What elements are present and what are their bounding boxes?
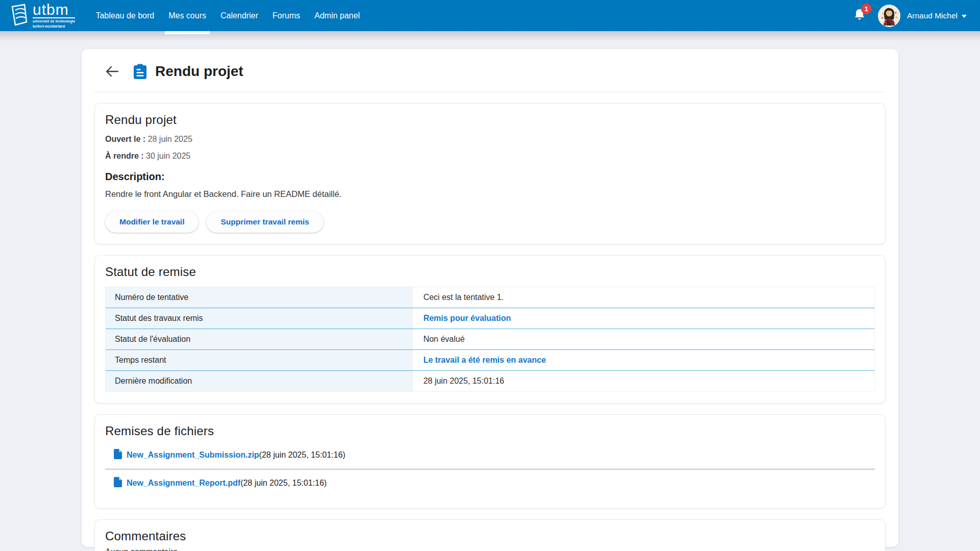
row-value: Ceci est la tentative 1. (413, 287, 874, 308)
list-item: New_Assignment_Submission.zip (28 juin 2… (105, 441, 875, 469)
logo-subtitle-2: belfort-montbéliard (33, 24, 75, 29)
nav-item-forums[interactable]: Forums (265, 0, 307, 31)
page-title: Rendu projet (155, 63, 243, 80)
row-label: Dernière modification (106, 371, 413, 391)
nav-items: Tableau de bord Mes cours Calendrier For… (88, 0, 367, 31)
row-label: Temps restant (106, 350, 413, 370)
assignment-page-card: Rendu projet Rendu projet Ouvert le : 28… (82, 49, 898, 547)
file-date: (28 juin 2025, 15:01:16) (259, 450, 346, 460)
file-submissions-title: Remises de fichiers (105, 424, 875, 438)
submission-status-title: Statut de remise (105, 265, 875, 279)
navbar-shadow (0, 31, 980, 41)
row-value: Remis pour évaluation (413, 308, 874, 329)
description-text: Rendre le front Angular et Backend. Fair… (105, 189, 875, 199)
submission-status-card: Statut de remise Numéro de tentative Cec… (94, 255, 886, 404)
row-value: Le travail a été remis en avance (413, 350, 874, 370)
description-label: Description: (105, 171, 875, 183)
due-date-label: À rendre : (105, 152, 144, 160)
row-value: Non évalué (413, 329, 874, 349)
assignment-details-card: Rendu projet Ouvert le : 28 juin 2025 À … (94, 103, 886, 244)
back-button[interactable] (105, 65, 119, 78)
utbm-logo[interactable]: utbm université de technologie belfort-m… (9, 3, 75, 29)
nav-item-mes-cours[interactable]: Mes cours (161, 0, 213, 31)
assignment-title: Rendu projet (105, 113, 875, 127)
file-submissions-card: Remises de fichiers New_Assignment_Submi… (94, 414, 886, 509)
table-row: Numéro de tentative Ceci est la tentativ… (106, 287, 874, 308)
user-menu[interactable]: Arnaud Michel (907, 11, 967, 20)
logo-subtitle-1: université de technologie (33, 19, 75, 23)
assignment-clipboard-icon (133, 64, 147, 80)
open-date-value: 28 juin 2025 (148, 135, 192, 143)
list-item: New_Assignment_Report.pdf (28 juin 2025,… (105, 469, 875, 497)
table-row: Dernière modification 28 juin 2025, 15:0… (106, 371, 874, 391)
due-date-value: 30 juin 2025 (146, 152, 190, 160)
comments-title: Commentaires (105, 529, 875, 543)
user-name: Arnaud Michel (907, 11, 958, 20)
bell-icon (853, 14, 866, 23)
notifications-button[interactable]: 1 (853, 8, 866, 23)
edit-submission-button[interactable]: Modifier le travail (105, 211, 199, 233)
nav-item-tableau-de-bord[interactable]: Tableau de bord (88, 0, 161, 31)
row-label: Statut de l'évaluation (106, 329, 413, 349)
no-comments-text: Aucun commentaire. (105, 547, 875, 551)
file-list: New_Assignment_Submission.zip (28 juin 2… (105, 441, 875, 497)
due-date-line: À rendre : 30 juin 2025 (105, 152, 875, 161)
page-header: Rendu projet (94, 49, 886, 92)
submission-status-table: Numéro de tentative Ceci est la tentativ… (105, 287, 875, 392)
notification-count-badge: 1 (861, 4, 872, 14)
file-icon (114, 477, 122, 489)
row-label: Statut des travaux remis (106, 308, 413, 329)
user-avatar[interactable] (878, 5, 900, 27)
open-date-label: Ouvert le : (105, 135, 145, 143)
submission-status-link[interactable]: Remis pour évaluation (423, 314, 511, 323)
comments-card: Commentaires Aucun commentaire. (94, 519, 886, 551)
open-date-line: Ouvert le : 28 juin 2025 (105, 135, 875, 144)
file-link-report-pdf[interactable]: New_Assignment_Report.pdf (127, 479, 240, 488)
row-label: Numéro de tentative (106, 287, 413, 308)
chevron-down-icon (962, 15, 967, 18)
nav-item-admin-panel[interactable]: Admin panel (307, 0, 367, 31)
file-date: (28 juin 2025, 15:01:16) (240, 479, 327, 488)
utbm-book-icon (9, 4, 29, 28)
file-link-submission-zip[interactable]: New_Assignment_Submission.zip (127, 450, 259, 460)
header-divider (94, 92, 886, 92)
table-row: Statut de l'évaluation Non évalué (106, 329, 874, 350)
assignment-actions: Modifier le travail Supprimer travail re… (105, 211, 875, 233)
row-value: 28 juin 2025, 15:01:16 (413, 371, 874, 391)
nav-item-calendrier[interactable]: Calendrier (213, 0, 265, 31)
table-row: Statut des travaux remis Remis pour éval… (106, 308, 874, 329)
top-navbar: utbm université de technologie belfort-m… (0, 0, 980, 31)
logo-brand: utbm (33, 3, 75, 18)
file-icon (114, 449, 122, 461)
table-row: Temps restant Le travail a été remis en … (106, 350, 874, 371)
delete-submission-button[interactable]: Supprimer travail remis (206, 211, 323, 233)
time-remaining-link[interactable]: Le travail a été remis en avance (423, 356, 546, 365)
